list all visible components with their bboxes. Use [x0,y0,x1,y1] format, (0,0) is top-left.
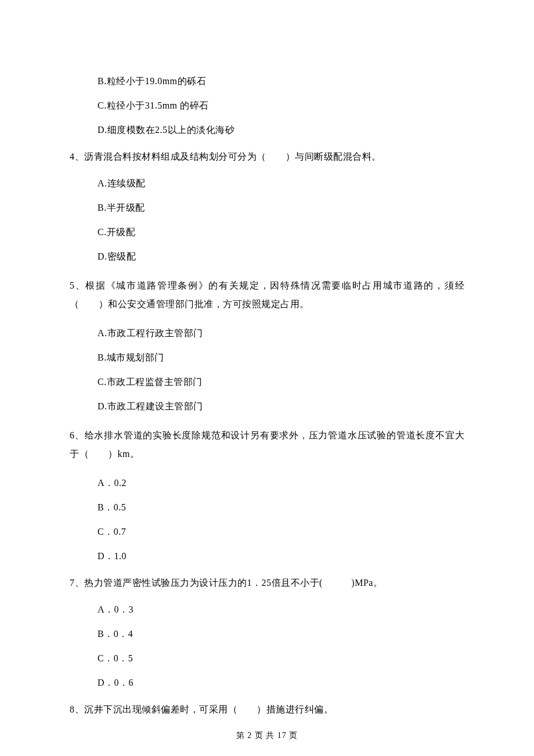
q5-stem: 5、根据《城市道路管理条例》的有关规定，因特殊情况需要临时占用城市道路的，须经（… [70,276,464,314]
q6-option-d: D．1.0 [98,549,464,563]
q6-option-b: B．0.5 [98,501,464,514]
q8-stem: 8、沉井下沉出现倾斜偏差时，可采用（ ）措施进行纠偏。 [70,703,464,717]
q5-option-d: D.市政工程建设主管部门 [98,399,464,413]
q7-option-b: B．0．4 [98,627,464,641]
page-footer: 第 2 页 共 17 页 [70,729,464,741]
q3-option-b: B.粒经小于19.0mm的砾石 [98,74,464,88]
q7-option-d: D．0．6 [98,676,464,690]
q3-option-c: C.粒径小于31.5mm 的碎石 [98,99,464,113]
q7-option-c: C．0．5 [98,651,464,665]
q5-option-c: C.市政工程监督主管部门 [98,375,464,389]
q6-option-c: C．0.7 [98,525,464,539]
q5-option-a: A.市政工程行政主管部门 [98,326,464,340]
q4-option-a: A.连续级配 [98,177,464,190]
q6-stem: 6、给水排水管道的实验长度除规范和设计另有要求外，压力管道水压试验的管道长度不宜… [70,426,464,463]
q4-stem: 4、沥青混合料按材料组成及结构划分可分为（ ）与间断级配混合料。 [70,150,464,164]
q4-option-b: B.半开级配 [98,201,464,215]
q7-stem: 7、热力管道严密性试验压力为设计压力的1．25倍且不小于( )MPa。 [70,576,464,590]
q7-option-a: A．0．3 [98,603,464,617]
q6-option-a: A．0.2 [98,476,464,490]
q5-option-b: B.城市规划部门 [98,351,464,365]
q4-option-c: C.开级配 [98,225,464,239]
q4-option-d: D.密级配 [98,250,464,264]
q3-option-d: D.细度模数在2.5以上的淡化海砂 [98,123,464,137]
